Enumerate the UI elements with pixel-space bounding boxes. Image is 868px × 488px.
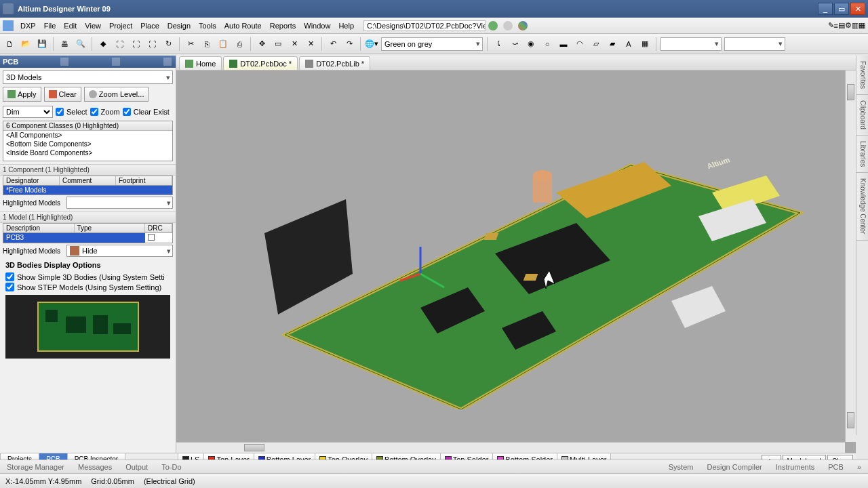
chevron-icon[interactable]: » [850,462,868,472]
menu-tools[interactable]: Tools [195,20,220,31]
dxp-icon[interactable] [3,20,14,31]
apply-button[interactable]: Apply [3,87,41,102]
vtab-favorites[interactable]: Favorites [856,56,868,95]
horizontal-scrollbar[interactable] [176,442,845,453]
route-icon[interactable]: ⤹ [492,37,505,51]
highlighted-models-combo[interactable] [66,197,173,209]
menu-reports[interactable]: Reports [266,20,300,31]
dim-select[interactable]: Dim [3,106,53,118]
save-icon[interactable]: 💾 [35,37,49,51]
menu-window[interactable]: Window [300,20,334,31]
vtab-libraries[interactable]: Libraries [856,136,868,173]
tab-pcblib[interactable]: DT02.PcbLib * [299,56,370,70]
panel-pin-icon[interactable] [112,58,120,66]
size-combo[interactable] [724,37,785,51]
zoomarea-icon[interactable]: ⛶ [129,37,142,51]
status-messages[interactable]: Messages [71,462,119,472]
zoomlevel-button[interactable]: Zoom Level... [84,87,149,102]
cross-icon[interactable]: ✕ [288,37,301,51]
clearexist-check[interactable] [123,108,131,116]
poly-icon[interactable]: ▱ [589,37,603,51]
menu-file[interactable]: File [40,20,60,31]
menu-design[interactable]: Design [163,20,195,31]
close-button[interactable]: ✕ [850,3,865,15]
vtab-knowledge[interactable]: Knowledge Center [856,173,868,240]
board-preview[interactable] [5,295,170,359]
maximize-button[interactable]: ▭ [834,3,849,15]
tool-r1-icon[interactable]: ✎ [828,21,834,30]
zoom-check[interactable] [90,108,98,116]
models-table-row[interactable]: PCB3 [3,233,173,243]
panel-dropdown-icon[interactable] [60,58,68,66]
clear-button[interactable]: Clear [44,87,81,102]
menu-instruments[interactable]: Instruments [769,462,821,472]
array-icon[interactable]: ▦ [638,37,652,51]
browse-icon[interactable]: 🌐▾ [365,37,378,51]
panel-mode-combo[interactable]: 3D Models [3,70,173,84]
minimize-button[interactable]: _ [818,3,833,15]
menu-autoroute[interactable]: Auto Route [220,20,266,31]
text-icon[interactable]: A [622,37,635,51]
menu-pcb-status[interactable]: PCB [821,462,850,472]
step-check[interactable] [5,283,14,291]
classes-listbox[interactable]: 6 Component Classes (0 Highlighted) <All… [3,121,173,161]
class-item[interactable]: <All Components> [3,131,172,140]
3d-viewport[interactable]: Altium [176,70,856,453]
undo-icon[interactable]: ↶ [326,37,340,51]
status-storage[interactable]: Storage Manager [0,462,71,472]
tool-r6-icon[interactable]: ▦ [859,21,865,30]
components-table-row[interactable]: *Free Models [3,186,173,195]
cut-icon[interactable]: ✂ [184,37,197,51]
select-check[interactable] [56,108,64,116]
vtab-clipboard[interactable]: Clipboard [856,95,868,136]
open-icon[interactable]: 📂 [19,37,33,51]
new-icon[interactable]: 🗋 [3,37,16,51]
col-designator[interactable]: Designator [3,176,60,185]
stamp-icon[interactable]: ⎙ [233,37,246,51]
deselect-icon[interactable]: ✕ [304,37,317,51]
nav-home-icon[interactable] [518,21,528,30]
tab-home[interactable]: Home [179,56,222,70]
menu-dxp[interactable]: DXP [16,20,40,31]
paste-icon[interactable]: 📋 [216,37,230,51]
refresh-icon[interactable]: ↻ [161,37,175,51]
scroll-thumb[interactable] [847,84,854,100]
preview-icon[interactable]: 🔍 [74,37,87,51]
class-item[interactable]: <Inside Board Components> [3,148,172,157]
tool-r3-icon[interactable]: ▤ [838,21,845,30]
redo-icon[interactable]: ↷ [342,37,356,51]
col-footprint[interactable]: Footprint [116,176,172,185]
fill-icon[interactable]: ▬ [557,37,570,51]
menu-help[interactable]: Help [334,20,358,31]
panel-close-icon[interactable] [163,58,172,66]
nav-back-icon[interactable] [488,21,498,30]
select-icon[interactable]: ▭ [271,37,285,51]
col-drc[interactable]: DRC [145,224,172,232]
menu-system[interactable]: System [662,462,701,472]
copy-icon[interactable]: ⎘ [200,37,214,51]
col-type[interactable]: Type [75,224,146,232]
zoomsel-icon[interactable]: ⛶ [145,37,159,51]
status-output[interactable]: Output [119,462,155,472]
menu-place[interactable]: Place [136,20,163,31]
menu-designcompiler[interactable]: Design Compiler [700,462,768,472]
nav-fwd-icon[interactable] [503,21,513,30]
col-comment[interactable]: Comment [60,176,116,185]
doc-path-field[interactable]: C:\Designs\DT02\DT02.PcbDoc?ViewN [363,20,486,31]
scroll-thumb[interactable] [847,412,854,428]
scroll-thumb[interactable] [244,444,264,451]
col-description[interactable]: Description [3,224,75,232]
color-preset-combo[interactable]: Green on grey [381,37,483,51]
print-icon[interactable]: 🖶 [58,37,71,51]
layers-icon[interactable]: ◆ [96,37,110,51]
tool-r4-icon[interactable]: ⚙ [845,21,852,30]
pad-icon[interactable]: ○ [540,37,554,51]
menu-edit[interactable]: Edit [60,20,81,31]
menu-project[interactable]: Project [105,20,136,31]
tab-pcbdoc[interactable]: DT02.PcbDoc * [223,56,298,70]
tool-r5-icon[interactable]: ▥ [852,21,859,30]
poly2-icon[interactable]: ▰ [606,37,619,51]
route2-icon[interactable]: ⤻ [508,37,521,51]
highlighted-models-combo-2[interactable]: Hide [66,245,173,257]
vertical-scrollbar[interactable] [845,70,856,442]
